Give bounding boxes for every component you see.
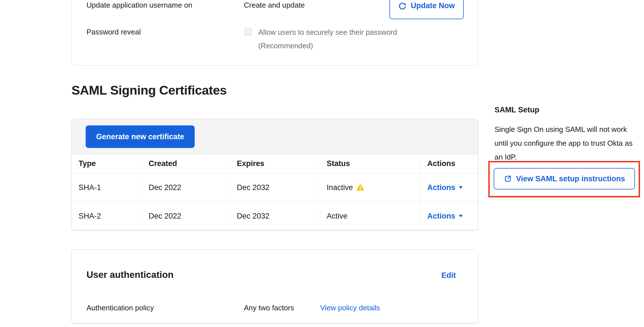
column-header-actions: Actions — [420, 154, 478, 173]
actions-menu-button[interactable]: Actions — [427, 183, 463, 192]
user-authentication-card: User authentication Edit Authentication … — [71, 249, 478, 323]
view-saml-setup-instructions-button[interactable]: View SAML setup instructions — [494, 168, 635, 189]
cell-created: Dec 2022 — [142, 173, 230, 202]
edit-link[interactable]: Edit — [441, 271, 456, 280]
authentication-policy-label: Authentication policy — [86, 304, 154, 312]
certificates-toolbar: Generate new certificate — [72, 119, 478, 154]
password-reveal-checkbox[interactable] — [244, 28, 252, 36]
cell-status: Active — [320, 202, 420, 230]
column-header-type: Type — [72, 154, 142, 173]
cell-created: Dec 2022 — [142, 202, 230, 230]
user-authentication-title: User authentication — [86, 269, 174, 280]
cell-actions: Actions — [420, 173, 478, 202]
cell-expires: Dec 2032 — [230, 202, 320, 230]
saml-setup-description: Single Sign On using SAML will not work … — [495, 123, 639, 164]
status-text: Active — [327, 212, 348, 221]
username-update-value: Create and update — [244, 1, 305, 10]
page-title: SAML Signing Certificates — [71, 83, 227, 98]
certificates-card: Generate new certificate Type Created Ex… — [71, 119, 478, 230]
cell-type: SHA-1 — [72, 173, 142, 202]
column-header-created: Created — [142, 154, 230, 173]
column-header-status: Status — [320, 154, 420, 173]
warning-icon — [356, 184, 364, 191]
refresh-icon — [398, 2, 407, 10]
username-update-label: Update application username on — [86, 1, 192, 10]
cell-type: SHA-2 — [72, 202, 142, 230]
table-row: SHA-2 Dec 2022 Dec 2032 Active Actions — [72, 202, 478, 230]
password-reveal-help-line1: Allow users to securely see their passwo… — [258, 28, 397, 37]
authentication-policy-value: Any two factors — [244, 304, 294, 312]
app-settings-card: Update application username on Create an… — [71, 0, 478, 66]
cell-status: Inactive — [320, 173, 420, 202]
password-reveal-label: Password reveal — [86, 28, 141, 36]
page-canvas: Update application username on Create an… — [0, 0, 644, 327]
external-link-icon — [504, 175, 512, 183]
table-header-row: Type Created Expires Status Actions — [72, 154, 478, 173]
update-now-button[interactable]: Update Now — [389, 0, 464, 19]
password-reveal-help-line2: (Recommended) — [258, 42, 313, 50]
view-saml-setup-instructions-label: View SAML setup instructions — [516, 175, 625, 183]
update-now-label: Update Now — [411, 1, 455, 10]
table-row: SHA-1 Dec 2022 Dec 2032 Inactive Actions — [72, 173, 478, 202]
column-header-expires: Expires — [230, 154, 320, 173]
view-policy-details-link[interactable]: View policy details — [320, 304, 380, 312]
saml-setup-title: SAML Setup — [495, 106, 539, 114]
generate-certificate-button[interactable]: Generate new certificate — [86, 125, 195, 148]
chevron-down-icon — [459, 186, 463, 189]
chevron-down-icon — [459, 215, 463, 217]
status-text: Inactive — [327, 183, 353, 192]
actions-label: Actions — [427, 183, 455, 192]
cell-expires: Dec 2032 — [230, 173, 320, 202]
actions-menu-button[interactable]: Actions — [427, 212, 463, 221]
cell-actions: Actions — [420, 202, 478, 230]
annotation-highlight-box: View SAML setup instructions — [488, 161, 640, 197]
actions-label: Actions — [427, 212, 455, 221]
